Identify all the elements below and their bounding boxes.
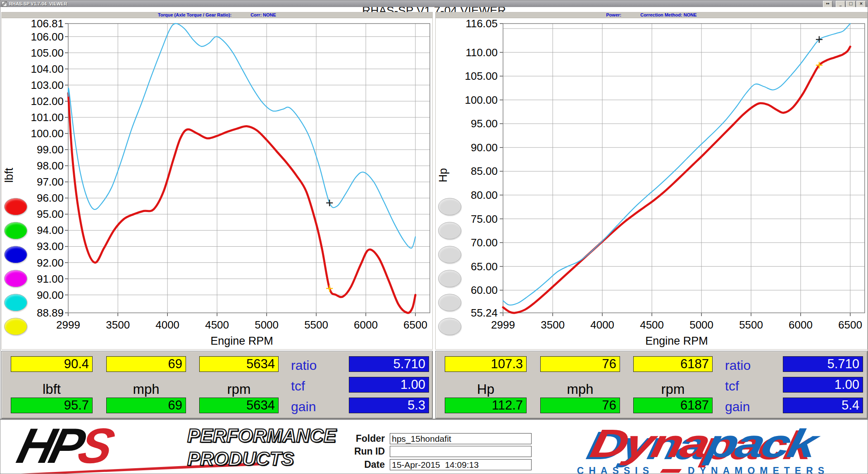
legend-ellipse[interactable]	[438, 318, 461, 335]
gain-value: 5.4	[783, 398, 863, 413]
dynapack-logo: Dynapack CHASSIS DYNAMOMETERS	[546, 423, 860, 474]
tcf-value: 1.00	[349, 377, 429, 393]
y-tick-label: 100.00	[2, 127, 64, 140]
ratio-label: ratio	[725, 358, 774, 373]
y-tick-label: 105.00	[2, 47, 64, 59]
cursor-speed-value: 76	[540, 356, 620, 372]
x-tick-label: 4500	[627, 319, 677, 331]
run-id-input[interactable]	[390, 446, 532, 457]
x-tick-label: 2999	[43, 319, 93, 331]
legend-ellipse[interactable]	[438, 294, 461, 311]
unit-label: lbft	[11, 382, 93, 397]
restore-button[interactable]: □	[846, 1, 856, 7]
folder-input[interactable]	[390, 433, 532, 444]
compare-rpm-value: 6187	[633, 398, 713, 413]
x-tick-label: 5500	[726, 319, 776, 331]
legend-ellipse[interactable]	[4, 318, 27, 335]
gain-value: 5.3	[349, 398, 429, 413]
hps-logo: HPS	[19, 421, 109, 472]
y-tick-label: 103.00	[2, 79, 64, 91]
power-chart-title: Power:	[606, 12, 622, 18]
x-tick-label: 6500	[391, 319, 440, 331]
x-tick-label: 5000	[242, 319, 291, 331]
tcf-label: tcf	[291, 379, 340, 393]
resize-button[interactable]: ↔	[823, 1, 832, 7]
x-tick-label: 5000	[677, 319, 726, 331]
power-x-axis-title: Engine RPM	[615, 334, 739, 348]
y-tick-label: 85.00	[436, 165, 498, 177]
close-button[interactable]: ×	[856, 1, 866, 7]
torque-readout-panel: 90.4 69 5634 lbft mph rpm 95.7 69 5634 r…	[1, 351, 433, 419]
folder-label: Folder	[327, 433, 385, 444]
page-title: RHAS-SP V1.7-04 VIEWER	[0, 7, 868, 12]
legend-ellipse[interactable]	[438, 270, 461, 287]
torque-x-axis-title: Engine RPM	[180, 334, 304, 348]
y-tick-label: 116.05	[436, 17, 498, 30]
legend-ellipse[interactable]	[438, 198, 461, 215]
x-tick-label: 4500	[192, 319, 242, 331]
y-tick-label: 98.00	[2, 160, 64, 172]
compare-power-value: 112.7	[445, 398, 527, 413]
unit-label: Hp	[445, 382, 527, 397]
y-tick-label: 104.00	[2, 63, 64, 75]
legend-ellipse[interactable]	[4, 270, 27, 287]
legend-ellipse[interactable]	[4, 246, 27, 263]
tcf-label: tcf	[725, 379, 774, 393]
compare-speed-value: 69	[106, 398, 186, 413]
run-id-label: Run ID	[327, 446, 385, 457]
x-tick-label: 6500	[825, 319, 868, 331]
speed-label: mph	[540, 382, 620, 397]
ratio-value: 5.710	[783, 356, 863, 372]
y-tick-label: 95.00	[436, 117, 498, 130]
cursor-torque-value: 90.4	[11, 356, 93, 372]
date-input[interactable]	[390, 459, 532, 470]
legend-ellipse[interactable]	[438, 222, 461, 239]
hps-products-text: PRODUCTS	[187, 449, 294, 469]
x-tick-label: 5500	[291, 319, 341, 331]
torque-red-run	[68, 93, 415, 313]
cursor-power-value: 107.3	[445, 356, 527, 372]
y-tick-label: 99.00	[2, 143, 64, 156]
power-red-run	[503, 47, 850, 313]
x-tick-label: 2999	[478, 319, 528, 331]
power-plot[interactable]	[503, 24, 865, 313]
rpm-label: rpm	[633, 382, 713, 397]
y-tick-label: 101.00	[2, 111, 64, 124]
legend-ellipse[interactable]	[4, 294, 27, 311]
y-tick-label: 106.00	[2, 31, 64, 43]
dynapack-chassis-text: CHASSIS	[577, 465, 654, 474]
app-icon	[2, 1, 7, 7]
legend-ellipse[interactable]	[438, 246, 461, 263]
y-tick-label: 97.00	[2, 176, 64, 188]
cursor-rpm-value: 6187	[633, 356, 713, 372]
footer-bar: HPS PERFORMANCE PRODUCTS Folder Run ID D…	[0, 419, 868, 474]
tcf-value: 1.00	[783, 377, 863, 393]
gain-label: gain	[291, 399, 340, 414]
rpm-label: rpm	[199, 382, 279, 397]
gain-label: gain	[725, 399, 774, 414]
dynapack-logo-dyna: Dyna	[587, 421, 712, 465]
dynapack-dynamometers-text: DYNAMOMETERS	[688, 465, 829, 474]
cursor-rpm-value: 5634	[199, 356, 279, 372]
torque-cyan-run	[68, 24, 415, 248]
y-tick-label: 110.00	[436, 46, 498, 59]
y-tick-label: 90.00	[436, 141, 498, 154]
dynapack-dash	[660, 469, 682, 473]
dynapack-logo-pack: pack	[703, 421, 819, 465]
minimize-button[interactable]: _	[836, 1, 845, 7]
x-tick-label: 6000	[341, 319, 391, 331]
compare-torque-value: 95.7	[11, 398, 93, 413]
power-corr-label: Correction Method: NONE	[640, 12, 696, 18]
legend-ellipse[interactable]	[4, 222, 27, 239]
hps-performance-text: PERFORMANCE	[187, 426, 336, 445]
torque-corr-label: Corr: NONE	[250, 12, 276, 18]
x-tick-label: 6000	[776, 319, 825, 331]
legend-ellipse[interactable]	[4, 198, 27, 215]
torque-chart-title: Torque (Axle Torque / Gear Ratio):	[158, 12, 231, 18]
window-title: RHAS-SP V1.7-04 VIEWER	[9, 0, 67, 7]
torque-plot[interactable]	[68, 24, 430, 313]
power-cyan-run	[503, 24, 850, 305]
x-tick-label: 3500	[528, 319, 577, 331]
y-tick-label: 102.00	[2, 95, 64, 107]
power-readout-panel: 107.3 76 6187 Hp mph rpm 112.7 76 6187 r…	[435, 351, 868, 419]
